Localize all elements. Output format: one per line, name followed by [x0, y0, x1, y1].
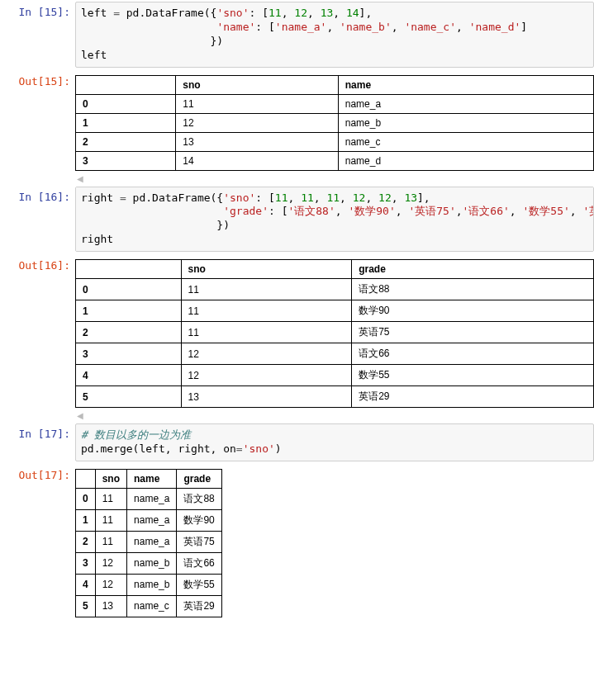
output-area: sno name grade 011name_a语文88 111name_a数学…: [75, 465, 594, 621]
input-prompt: In [17]:: [0, 423, 75, 461]
output-prompt: Out[16]:: [0, 255, 75, 420]
table-row: 011语文88: [76, 279, 594, 300]
output-cell-17: Out[17]: sno name grade 011name_a语文88 11…: [0, 463, 594, 622]
output-cell-15: Out[15]: sno name 011name_a 112name_b 21…: [0, 69, 594, 185]
output-cell-16: Out[16]: sno grade 011语文88 111数学90 211英语…: [0, 253, 594, 422]
table-row: 312语文66: [76, 343, 594, 365]
input-prompt: In [15]:: [0, 2, 75, 68]
dataframe-table: sno grade 011语文88 111数学90 211英语75 312语文6…: [75, 259, 594, 408]
table-row: 513英语29: [76, 386, 594, 408]
header-grade: grade: [177, 469, 221, 488]
code-cell-15: In [15]: left = pd.DataFrame({'sno': [11…: [0, 0, 594, 69]
code-input[interactable]: right = pd.DataFrame({'sno': [11, 11, 11…: [75, 187, 594, 253]
table-row: 312name_b语文66: [76, 552, 222, 574]
table-row: 412name_b数学55: [76, 574, 222, 595]
scroll-left-icon[interactable]: ◀: [75, 411, 594, 420]
header-sno: sno: [95, 469, 126, 488]
header-grade: grade: [352, 260, 594, 279]
table-row: 513name_c英语29: [76, 595, 222, 617]
table-row: 213name_c: [76, 132, 594, 151]
output-area: sno name 011name_a 112name_b 213name_c 3…: [75, 71, 594, 183]
header-sno: sno: [181, 260, 352, 279]
table-row: 412数学55: [76, 365, 594, 386]
table-row: 211name_a英语75: [76, 531, 222, 552]
dataframe-table: sno name grade 011name_a语文88 111name_a数学…: [75, 469, 222, 617]
scroll-left-icon[interactable]: ◀: [75, 174, 594, 183]
input-prompt: In [16]:: [0, 187, 75, 253]
header-sno: sno: [176, 75, 338, 94]
table-row: 314name_d: [76, 151, 594, 170]
header-index: [76, 75, 176, 94]
output-prompt: Out[15]:: [0, 71, 75, 183]
code-cell-17: In [17]: # 数目以多的一边为准 pd.merge(left, righ…: [0, 422, 594, 463]
table-row: 011name_a语文88: [76, 488, 222, 509]
table-row: 111数学90: [76, 300, 594, 322]
table-row: 111name_a数学90: [76, 509, 222, 531]
table-row: 211英语75: [76, 322, 594, 343]
code-input[interactable]: left = pd.DataFrame({'sno': [11, 12, 13,…: [75, 2, 594, 68]
header-name: name: [127, 469, 177, 488]
code-cell-16: In [16]: right = pd.DataFrame({'sno': [1…: [0, 185, 594, 254]
header-index: [76, 469, 96, 488]
output-area: sno grade 011语文88 111数学90 211英语75 312语文6…: [75, 255, 594, 420]
output-prompt: Out[17]:: [0, 465, 75, 621]
header-name: name: [338, 75, 593, 94]
table-row: 112name_b: [76, 113, 594, 132]
code-input[interactable]: # 数目以多的一边为准 pd.merge(left, right, on='sn…: [75, 423, 594, 461]
header-index: [76, 260, 182, 279]
table-row: 011name_a: [76, 94, 594, 113]
dataframe-table: sno name 011name_a 112name_b 213name_c 3…: [75, 75, 594, 171]
